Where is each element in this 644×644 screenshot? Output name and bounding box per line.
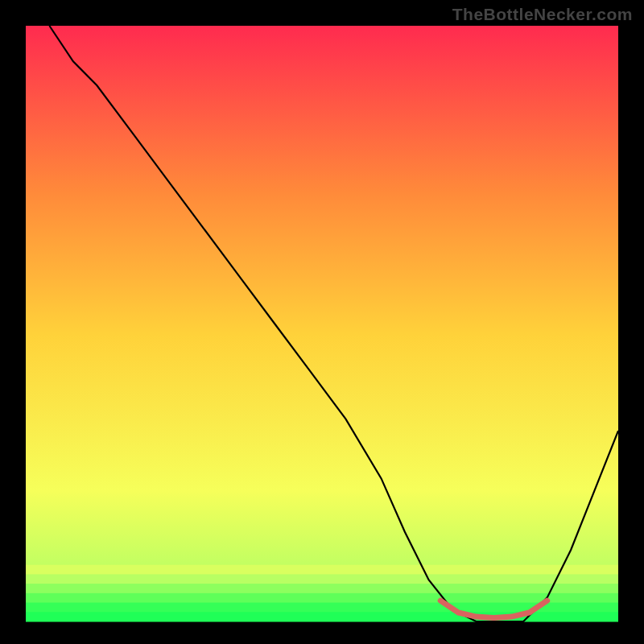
svg-rect-0 bbox=[26, 565, 618, 575]
svg-rect-2 bbox=[26, 584, 618, 593]
svg-rect-1 bbox=[26, 574, 618, 584]
chart-stage: TheBottleNecker.com bbox=[0, 0, 644, 644]
svg-rect-3 bbox=[26, 593, 618, 603]
watermark-text: TheBottleNecker.com bbox=[452, 5, 633, 24]
plot-background bbox=[26, 26, 618, 621]
bottleneck-chart bbox=[0, 0, 644, 644]
